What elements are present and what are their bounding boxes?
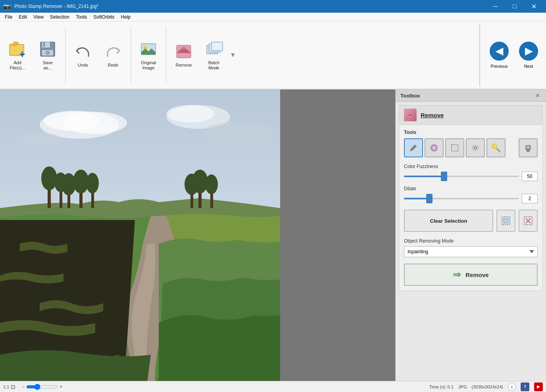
svg-rect-16 <box>211 42 223 51</box>
title-bar-controls: ─ □ ✕ <box>486 0 543 13</box>
clear-selection-button[interactable]: Clear Selection <box>404 210 493 232</box>
menu-view[interactable]: View <box>30 13 47 21</box>
menu-bar: File Edit View Selection Tools SoftOrbit… <box>0 13 546 21</box>
dilate-slider[interactable] <box>404 198 519 199</box>
zoom-in-icon[interactable]: + <box>60 384 62 390</box>
zoom-slider-container[interactable]: − + <box>22 384 62 390</box>
remove-label: Remove <box>176 63 192 68</box>
remove-arrows-icon: ⇒ <box>453 269 461 280</box>
status-right: Time (s): 0.1 JPG (3035x3024x24) i f ▶ <box>429 382 543 391</box>
tools-section-label: Tools <box>404 130 538 135</box>
batch-mode-label: BatchMode <box>208 60 219 71</box>
svg-point-20 <box>63 112 127 134</box>
select-area-button[interactable] <box>496 210 515 232</box>
remove-action-label: Remove <box>465 272 488 278</box>
zoom-out-icon[interactable]: − <box>22 384 25 390</box>
minimize-button[interactable]: ─ <box>486 0 505 13</box>
svg-point-40 <box>205 174 218 194</box>
close-button[interactable]: ✕ <box>525 0 543 13</box>
color-fuzziness-section: Color Fuzziness 50 <box>404 164 538 181</box>
toolbox-header: Toolbox ✕ <box>396 90 546 102</box>
svg-line-47 <box>497 149 500 152</box>
undo-button[interactable]: Undo <box>69 23 97 87</box>
info-button[interactable]: i <box>508 383 516 391</box>
toolbar-sep-1 <box>65 27 65 83</box>
remove-panel: Remove Tools <box>399 105 543 291</box>
remove-button[interactable]: Remove <box>169 23 198 87</box>
next-label: Next <box>524 64 533 69</box>
toolbar: AddFile(s)... Saveas... Undo <box>0 21 546 90</box>
previous-button[interactable]: ◀ Previous <box>485 25 513 85</box>
canvas-area[interactable] <box>0 90 395 381</box>
add-files-button[interactable]: AddFile(s)... <box>3 23 32 87</box>
next-button[interactable]: ▶ Next <box>514 25 543 85</box>
toolbox-title: Toolbox <box>400 93 420 99</box>
remove-panel-body: Tools <box>399 125 542 291</box>
color-fuzziness-value[interactable]: 50 <box>522 172 538 181</box>
redo-button[interactable]: Redo <box>99 23 127 87</box>
batch-mode-icon <box>204 40 223 59</box>
svg-point-24 <box>202 122 274 144</box>
circle-select-tool-button[interactable] <box>425 138 444 157</box>
zoom-icon: ⊡ <box>11 384 15 390</box>
stamp-tool-button[interactable] <box>519 138 538 157</box>
previous-label: Previous <box>491 64 508 69</box>
menu-tools[interactable]: Tools <box>73 13 90 21</box>
maximize-button[interactable]: □ <box>506 0 524 13</box>
menu-help[interactable]: Help <box>118 13 134 21</box>
next-icon: ▶ <box>519 42 538 61</box>
object-removing-mode-section: Object Removing Mode Inpainting Content-… <box>404 238 538 257</box>
settings-tool-button[interactable] <box>466 138 485 157</box>
tools-row <box>404 138 538 157</box>
zoom-level: 1:1 <box>3 384 9 389</box>
dilate-value[interactable]: 2 <box>522 194 538 203</box>
original-image-button[interactable]: OriginalImage <box>134 23 163 87</box>
status-format: JPG <box>458 384 467 389</box>
rect-select-tool-button[interactable] <box>445 138 464 157</box>
batch-mode-button[interactable]: BatchMode <box>200 23 228 87</box>
menu-selection[interactable]: Selection <box>47 13 73 21</box>
facebook-button[interactable]: f <box>521 382 529 391</box>
menu-file[interactable]: File <box>2 13 15 21</box>
menu-edit[interactable]: Edit <box>15 13 30 21</box>
zoom-slider[interactable] <box>26 384 58 390</box>
youtube-button[interactable]: ▶ <box>534 382 543 391</box>
clear-selection-row: Clear Selection <box>404 210 538 232</box>
svg-rect-50 <box>527 149 530 152</box>
svg-rect-53 <box>504 218 508 223</box>
svg-point-51 <box>527 146 529 148</box>
object-removing-mode-select[interactable]: Inpainting Content-Aware Fill Fast Fill <box>404 246 538 257</box>
remove-action-button[interactable]: ⇒ Remove <box>404 264 538 286</box>
title-bar: 📷 Photo Stamp Remover - IMG_2141.jpg* ─ … <box>0 0 546 13</box>
main-area: Toolbox ✕ Remove Tools <box>0 90 546 381</box>
svg-point-46 <box>474 147 477 149</box>
status-zoom: 1:1 ⊡ <box>3 384 15 390</box>
remove-icon <box>174 42 193 61</box>
canvas-image <box>0 90 280 381</box>
app-title: Photo Stamp Remover - IMG_2141.jpg* <box>14 4 98 9</box>
color-fuzziness-slider[interactable] <box>404 176 519 177</box>
object-removing-mode-label: Object Removing Mode <box>404 238 538 244</box>
original-image-icon <box>139 40 158 59</box>
toolbox-close-button[interactable]: ✕ <box>534 92 541 99</box>
status-time: Time (s): 0.1 <box>429 384 454 389</box>
batch-mode-dropdown[interactable]: ▼ <box>230 52 233 59</box>
original-image-label: OriginalImage <box>141 60 156 71</box>
svg-point-10 <box>46 52 49 54</box>
app-icon: 📷 <box>3 3 11 10</box>
menu-softorbits[interactable]: SoftOrbits <box>90 13 117 21</box>
toolbox-panel: Toolbox ✕ Remove Tools <box>395 90 546 381</box>
color-fuzziness-label: Color Fuzziness <box>404 164 448 169</box>
deselect-button[interactable] <box>519 210 538 232</box>
pencil-tool-button[interactable] <box>404 138 423 157</box>
remove-panel-icon <box>404 109 417 121</box>
svg-point-22 <box>167 105 214 122</box>
save-as-button[interactable]: Saveas... <box>33 23 62 87</box>
nav-section: ◀ Previous ▶ Next <box>479 23 543 87</box>
svg-rect-7 <box>43 42 45 47</box>
undo-label: Undo <box>78 63 88 68</box>
redo-label: Redo <box>108 63 118 68</box>
magic-wand-tool-button[interactable] <box>486 138 506 157</box>
previous-icon: ◀ <box>490 42 509 61</box>
save-as-label: Saveas... <box>42 60 52 71</box>
